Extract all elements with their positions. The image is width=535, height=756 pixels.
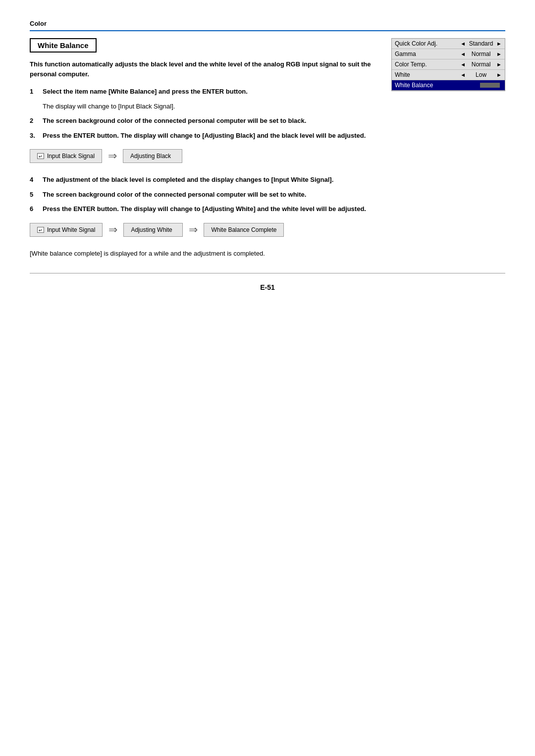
step-3: 3. Press the ENTER button. The display w… <box>30 131 376 141</box>
step-3-num: 3. <box>30 131 39 141</box>
menu-arrow-left-quick: ◄ <box>460 41 466 47</box>
step-6-num: 6 <box>30 204 39 214</box>
diagram2-box3: White Balance Complete <box>204 223 284 237</box>
step-4: 4 The adjustment of the black level is c… <box>30 175 376 185</box>
step-5: 5 The screen background color of the con… <box>30 190 376 200</box>
step-5-text: The screen background color of the conne… <box>43 190 306 200</box>
left-content: White Balance This function automaticall… <box>30 38 376 258</box>
bottom-note: [White balance complete] is displayed fo… <box>30 249 376 259</box>
bottom-divider <box>30 273 505 273</box>
main-layout: White Balance This function automaticall… <box>30 38 505 258</box>
menu-arrow-right-colortemp: ► <box>496 61 502 67</box>
step-1-text: Select the item name [White Balance] and… <box>43 87 248 97</box>
step-2-text: The screen background color of the conne… <box>43 116 306 126</box>
arrow-1: ⇒ <box>108 150 117 162</box>
menu-value-white: Low <box>469 71 493 78</box>
menu-value-gamma: Normal <box>469 51 493 57</box>
menu-value-quick: Standard <box>469 40 493 47</box>
enter-icon-2: ↵ <box>37 227 44 233</box>
diagram-2: ↵ Input White Signal ⇒ Adjusting White ⇒… <box>30 223 376 237</box>
menu-label-colortemp: Color Temp. <box>395 61 460 68</box>
menu-row-white: White ◄ Low ► <box>392 70 505 80</box>
menu-row-colortemp: Color Temp. ◄ Normal ► <box>392 59 505 70</box>
step-3-text: Press the ENTER button. The display will… <box>43 131 366 141</box>
menu-row-quick: Quick Color Adj. ◄ Standard ► <box>392 39 505 49</box>
step-6-text: Press the ENTER button. The display will… <box>43 204 366 214</box>
menu-arrow-left-colortemp: ◄ <box>460 61 466 67</box>
step-6: 6 Press the ENTER button. The display wi… <box>30 204 376 214</box>
menu-label-gamma: Gamma <box>395 51 460 57</box>
diagram2-box1: ↵ Input White Signal <box>30 223 103 237</box>
menu-arrow-right-gamma: ► <box>496 51 502 57</box>
menu-label-white: White <box>395 71 460 78</box>
arrow-2: ⇒ <box>108 223 117 236</box>
step-2-num: 2 <box>30 116 39 126</box>
menu-value-colortemp: Normal <box>469 61 493 68</box>
menu-row-gamma: Gamma ◄ Normal ► <box>392 49 505 59</box>
diagram-1: ↵ Input Black Signal ⇒ Adjusting Black <box>30 149 376 163</box>
menu-label-quick: Quick Color Adj. <box>395 40 460 47</box>
menu-bar-whitebalance <box>480 83 500 88</box>
section-title: White Balance <box>30 38 97 53</box>
menu-label-whitebalance: White Balance <box>395 82 478 89</box>
step-2: 2 The screen background color of the con… <box>30 116 376 126</box>
menu-arrow-right-white: ► <box>496 72 502 78</box>
intro-text: This function automatically adjusts the … <box>30 59 376 79</box>
step-5-num: 5 <box>30 190 39 200</box>
arrow-3: ⇒ <box>189 223 198 236</box>
menu-row-whitebalance: White Balance <box>392 80 505 91</box>
blue-divider <box>30 30 505 31</box>
step-1-subtext: The display will change to [Input Black … <box>43 102 376 111</box>
page-number: E-51 <box>30 283 505 291</box>
enter-icon: ↵ <box>37 153 44 159</box>
color-label: Color <box>30 20 505 27</box>
menu-arrow-left-gamma: ◄ <box>460 51 466 57</box>
right-menu: Quick Color Adj. ◄ Standard ► Gamma ◄ No… <box>391 38 505 91</box>
step-1-num: 1 <box>30 87 39 97</box>
step-1: 1 Select the item name [White Balance] a… <box>30 87 376 97</box>
menu-arrow-left-white: ◄ <box>460 72 466 78</box>
diagram1-box2: Adjusting Black <box>123 149 182 163</box>
diagram1-box1: ↵ Input Black Signal <box>30 149 102 163</box>
step-4-text: The adjustment of the black level is com… <box>43 175 333 185</box>
menu-arrow-right-quick: ► <box>496 41 502 47</box>
step-4-num: 4 <box>30 175 39 185</box>
diagram2-box2: Adjusting White <box>123 223 183 237</box>
